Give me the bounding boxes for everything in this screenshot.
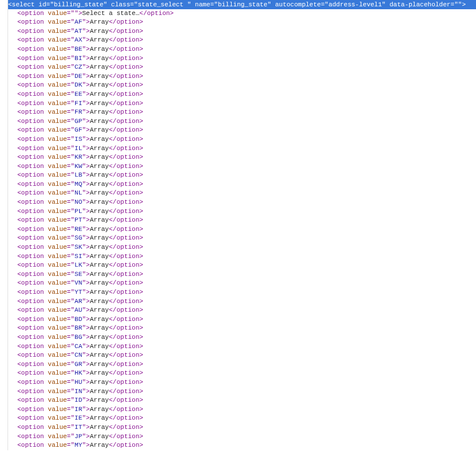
option-tag-name: option — [21, 406, 44, 413]
option-row[interactable]: <option value="SK">Array</option> — [0, 243, 476, 252]
attr-value: RE — [75, 226, 82, 233]
option-row[interactable]: <option value="HK">Array</option> — [0, 369, 476, 378]
option-row[interactable]: <option value="AT">Array</option> — [0, 27, 476, 36]
option-row[interactable]: <option value="FI">Array</option> — [0, 99, 476, 109]
option-row[interactable]: <option value="CN">Array</option> — [0, 351, 476, 360]
attr-quote: " — [82, 181, 86, 188]
option-row[interactable]: <option value="BD">Array</option> — [0, 315, 476, 324]
option-row[interactable]: <option value="GR">Array</option> — [0, 360, 476, 369]
option-row[interactable]: <option value="IL">Array</option> — [0, 144, 476, 154]
option-row[interactable]: <option value="GF">Array</option> — [0, 126, 476, 135]
option-row[interactable]: <option value="CA">Array</option> — [0, 342, 476, 352]
option-row[interactable]: <option value="GP">Array</option> — [0, 117, 476, 126]
option-row[interactable]: <option value="SI">Array</option> — [0, 252, 476, 262]
space — [44, 73, 48, 80]
option-row[interactable]: <option value="NO">Array</option> — [0, 198, 476, 207]
option-row[interactable]: <option value="AF">Array</option> — [0, 18, 476, 27]
option-row[interactable]: <option value="DK">Array</option> — [0, 81, 476, 90]
attr-value: state_select — [138, 1, 188, 8]
option-row[interactable]: <option value="HU">Array</option> — [0, 378, 476, 387]
option-row[interactable]: <option value="CZ">Array</option> — [0, 63, 476, 72]
option-close-tag: option — [117, 109, 140, 115]
angle-bracket: < — [17, 109, 21, 115]
option-row[interactable]: <option value="AR">Array</option> — [0, 297, 476, 307]
option-row[interactable]: <option value="MQ">Array</option> — [0, 180, 476, 189]
option-row[interactable]: <option value="FR">Array</option> — [0, 108, 476, 117]
dom-inspector-panel[interactable]: ▼<select id="billing_state" class="state… — [0, 0, 476, 450]
angle-bracket: </ — [109, 81, 116, 88]
option-row[interactable]: <option value="IN">Array</option> — [0, 387, 476, 397]
option-row[interactable]: <option value="SG">Array</option> — [0, 234, 476, 243]
option-row[interactable]: <option value="LK">Array</option> — [0, 261, 476, 270]
attr-quote: " — [382, 1, 386, 8]
option-row[interactable]: <option value="AU">Array</option> — [0, 306, 476, 315]
space — [44, 262, 48, 268]
angle-bracket: > — [139, 100, 143, 107]
option-close-tag: option — [117, 199, 140, 206]
angle-bracket: > — [139, 189, 143, 196]
option-row[interactable]: <option value="VN">Array</option> — [0, 279, 476, 288]
dom-tree[interactable]: ▼<select id="billing_state" class="state… — [0, 0, 476, 450]
space — [44, 388, 48, 395]
angle-bracket: < — [17, 199, 21, 206]
attr-name: value — [48, 406, 67, 413]
attr-eq: =" — [67, 379, 75, 386]
option-row[interactable]: <option value="EE">Array</option> — [0, 90, 476, 99]
space — [44, 28, 48, 35]
option-row[interactable]: <option value="BI">Array</option> — [0, 54, 476, 63]
option-row[interactable]: <option value="DE">Array</option> — [0, 72, 476, 81]
option-row-placeholder[interactable]: <option value="">Select a state…</option… — [0, 9, 476, 18]
option-row[interactable]: <option value="IE">Array</option> — [0, 414, 476, 423]
option-tag-name: option — [21, 181, 44, 188]
attr-eq: =" — [67, 369, 75, 376]
attr-quote: " — [82, 126, 86, 133]
attr-quote: " — [82, 397, 86, 404]
angle-bracket: > — [139, 279, 143, 286]
option-row[interactable]: <option value="BR">Array</option> — [0, 324, 476, 333]
option-tag-name: option — [21, 397, 44, 404]
option-row[interactable]: <option value="ID">Array</option> — [0, 396, 476, 405]
angle-bracket: < — [17, 316, 21, 323]
attr-quote: " — [82, 352, 86, 358]
attr-quote: " — [82, 406, 86, 413]
option-tag-name: option — [21, 145, 44, 152]
option-row[interactable]: <option value="IS">Array</option> — [0, 135, 476, 144]
attr-quote: " — [82, 379, 86, 386]
option-row[interactable]: <option value="BE">Array</option> — [0, 45, 476, 54]
attr-quote: " — [82, 271, 86, 278]
option-row[interactable]: <option value="YT">Array</option> — [0, 288, 476, 297]
option-row[interactable]: <option value="NL">Array</option> — [0, 189, 476, 198]
option-text: Array — [90, 397, 109, 404]
expand-toggle-icon[interactable]: ▼ — [2, 0, 8, 9]
attr-eq: =" — [67, 388, 75, 395]
angle-bracket: < — [17, 279, 21, 286]
attr-name: value — [48, 91, 67, 98]
angle-bracket: > — [139, 28, 143, 35]
attr-eq: =" — [67, 216, 75, 223]
option-row[interactable]: <option value="SE">Array</option> — [0, 270, 476, 279]
option-row[interactable]: <option value="PT">Array</option> — [0, 216, 476, 225]
option-row[interactable]: <option value="RE">Array</option> — [0, 225, 476, 234]
option-row[interactable]: <option value="PL">Array</option> — [0, 207, 476, 216]
option-row[interactable]: <option value="IT">Array</option> — [0, 423, 476, 432]
option-row[interactable]: <option value="KW">Array</option> — [0, 162, 476, 171]
angle-bracket: < — [17, 100, 21, 107]
attr-eq: =" — [67, 414, 75, 421]
space — [44, 334, 48, 341]
angle-bracket: < — [17, 10, 21, 17]
option-text: Array — [90, 126, 109, 133]
select-element-row[interactable]: ▼<select id="billing_state" class="state… — [0, 0, 476, 9]
option-row[interactable]: <option value="BG">Array</option> — [0, 333, 476, 342]
angle-bracket: </ — [109, 126, 116, 133]
attr-value: IN — [75, 388, 82, 395]
option-row[interactable]: <option value="LB">Array</option> — [0, 171, 476, 180]
attr-eq: =" — [67, 181, 75, 188]
option-row[interactable]: <option value="IR">Array</option> — [0, 405, 476, 414]
option-row[interactable]: <option value="KR">Array</option> — [0, 153, 476, 162]
option-row[interactable]: <option value="AX">Array</option> — [0, 36, 476, 45]
attr-eq: =" — [67, 63, 75, 70]
angle-bracket: </ — [109, 442, 116, 449]
option-row[interactable]: <option value="JP">Array</option> — [0, 432, 476, 442]
option-close-tag: option — [117, 397, 140, 404]
option-row[interactable]: <option value="MY">Array</option> — [0, 441, 476, 450]
